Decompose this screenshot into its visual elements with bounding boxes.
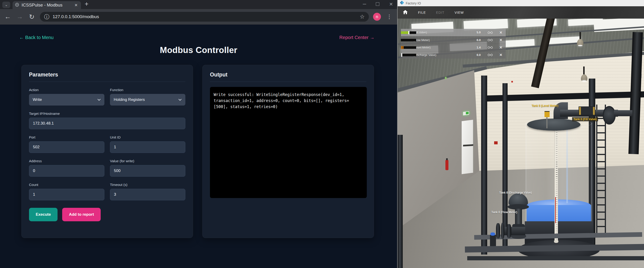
report-center-link[interactable]: Report Center → bbox=[340, 35, 374, 40]
tab-close-icon[interactable]: ✕ bbox=[74, 3, 79, 8]
minimize-button[interactable]: ─ bbox=[363, 2, 366, 7]
label-flow-meter: Tank 0 (Flow Meter) bbox=[491, 211, 517, 214]
address-bar[interactable]: ⓘ 127.0.0.1:5000/modbus ☆ bbox=[40, 12, 369, 22]
ruler-red-mark bbox=[555, 197, 556, 223]
function-label: Function bbox=[110, 88, 185, 92]
count-label: Count bbox=[29, 183, 104, 187]
home-icon[interactable] bbox=[403, 10, 408, 15]
chevron-down-icon bbox=[98, 99, 101, 101]
factory-io-window: Factory IO FILE EDIT VIEW bbox=[397, 0, 644, 268]
tag-slider[interactable] bbox=[401, 31, 416, 34]
factory-io-logo bbox=[400, 1, 404, 6]
address-label: Address bbox=[29, 159, 104, 163]
cage-column bbox=[398, 135, 403, 268]
address-input[interactable] bbox=[29, 165, 104, 177]
remove-tag-icon[interactable]: ✕ bbox=[496, 45, 506, 50]
new-tab-button[interactable]: + bbox=[85, 0, 88, 8]
exit-sign bbox=[463, 111, 469, 115]
profile-avatar[interactable]: n bbox=[373, 13, 381, 21]
watch-icon[interactable] bbox=[484, 53, 496, 57]
tag-watch-panel: Tank 0 (Fill Valve) 5.0 ✕ Tank 0 (Flow M… bbox=[401, 29, 506, 59]
page-top-links: ← Back to Menu Report Center → bbox=[0, 25, 397, 40]
label-fill-valve: Tank 0 (Fill Valve) bbox=[572, 117, 598, 121]
slider-handle[interactable] bbox=[408, 31, 410, 34]
page-title: Modbus Controller bbox=[0, 45, 397, 55]
port-input[interactable] bbox=[29, 141, 104, 153]
level-ruler bbox=[554, 127, 558, 242]
action-select[interactable]: Write bbox=[29, 94, 104, 105]
lamp-cord bbox=[580, 32, 581, 39]
action-value: Write bbox=[33, 97, 42, 102]
menu-file[interactable]: FILE bbox=[418, 11, 426, 15]
tab-strip: ⌄ ICSSPulse - Modbus ✕ + ─ ✕ bbox=[0, 0, 397, 9]
back-to-menu-link[interactable]: ← Back to Menu bbox=[19, 35, 54, 40]
url-text[interactable]: 127.0.0.1:5000/modbus bbox=[53, 14, 356, 19]
reload-button[interactable]: ↻ bbox=[28, 13, 36, 21]
tag-row-discharge-valve[interactable]: Tank 0 (Discharge Valve) 0.0 ✕ bbox=[401, 51, 506, 59]
fill-valve-body bbox=[578, 106, 595, 115]
tab-title: ICSSPulse - Modbus bbox=[22, 3, 71, 8]
unit-id-label: Unit ID bbox=[110, 135, 185, 139]
ladder bbox=[596, 105, 606, 235]
slider-handle[interactable] bbox=[401, 53, 402, 57]
timeout-input[interactable] bbox=[110, 189, 185, 200]
timeout-label: Timeout (s) bbox=[110, 183, 185, 187]
unit-id-field: Unit ID bbox=[110, 135, 185, 153]
level-mark bbox=[402, 46, 404, 49]
chevron-down-icon: ⌄ bbox=[5, 3, 8, 7]
water-stream bbox=[566, 128, 568, 203]
tag-row-fill-valve[interactable]: Tank 0 (Fill Valve) 5.0 ✕ bbox=[401, 29, 506, 36]
count-field: Count bbox=[29, 183, 104, 200]
cage-column bbox=[481, 76, 487, 254]
target-ip-input[interactable] bbox=[29, 118, 185, 129]
level-sensor-stem bbox=[546, 117, 548, 128]
tag-value: 5.0 bbox=[470, 31, 481, 34]
label-level-meter: Tank 0 (Level Meter) bbox=[532, 104, 558, 107]
function-select[interactable]: Holding Registers bbox=[110, 94, 185, 105]
browser-tab[interactable]: ICSSPulse - Modbus ✕ bbox=[12, 1, 81, 9]
fill-pipe-right bbox=[614, 110, 632, 116]
label-discharge-valve: Tank 0 (Discharge Valve) bbox=[499, 191, 532, 194]
level-sensor bbox=[544, 111, 550, 117]
tab-search-button[interactable]: ⌄ bbox=[2, 2, 10, 8]
function-field: Function Holding Registers bbox=[110, 88, 185, 105]
maximize-button[interactable] bbox=[376, 2, 379, 6]
unit-id-input[interactable] bbox=[110, 141, 185, 153]
remove-tag-icon[interactable]: ✕ bbox=[496, 53, 506, 57]
menu-view[interactable]: VIEW bbox=[454, 11, 464, 15]
output-console: Write successful: WriteSingleRegisterRes… bbox=[210, 87, 367, 198]
watch-icon[interactable] bbox=[484, 46, 496, 49]
3d-viewport[interactable]: Tank 0 (Level Meter) Tank 0 (Fill Valve)… bbox=[398, 19, 644, 268]
pipe-flange bbox=[496, 223, 500, 238]
factory-titlebar: Factory IO bbox=[398, 0, 644, 6]
tag-slider[interactable] bbox=[401, 54, 416, 56]
close-button[interactable]: ✕ bbox=[389, 2, 393, 7]
tag-value: 1.4 bbox=[470, 46, 481, 49]
flow-meter-body bbox=[490, 235, 496, 247]
value-input[interactable] bbox=[110, 165, 185, 177]
bookmark-star-icon[interactable]: ☆ bbox=[360, 14, 365, 20]
port-field: Port bbox=[29, 135, 104, 153]
remove-tag-icon[interactable]: ✕ bbox=[496, 38, 506, 42]
site-info-icon[interactable]: ⓘ bbox=[44, 13, 50, 21]
value-label: Value (for write) bbox=[110, 159, 185, 163]
pipe-flange bbox=[501, 223, 504, 239]
forward-button[interactable]: → bbox=[16, 13, 24, 21]
divider bbox=[29, 82, 185, 82]
tag-row-flow-meter[interactable]: Tank 0 (Flow Meter) 0.0 ✕ bbox=[401, 36, 506, 44]
lamp-cord bbox=[583, 66, 584, 74]
browser-menu-icon[interactable]: ⋮ bbox=[385, 14, 394, 20]
back-button[interactable]: ← bbox=[4, 13, 12, 21]
tag-row-level-meter[interactable]: Tank 0 (Level Meter) 1.4 ✕ bbox=[401, 44, 506, 51]
watch-icon[interactable] bbox=[484, 31, 496, 34]
ruler-end-cap bbox=[554, 240, 558, 243]
watch-icon[interactable] bbox=[484, 39, 496, 42]
tag-slider bbox=[401, 46, 416, 49]
factory-window-title: Factory IO bbox=[406, 2, 421, 5]
add-to-report-button[interactable]: Add to report bbox=[62, 208, 101, 221]
browser-window: ⌄ ICSSPulse - Modbus ✕ + ─ ✕ ← → ↻ ⓘ bbox=[0, 0, 397, 268]
remove-tag-icon[interactable]: ✕ bbox=[496, 31, 506, 35]
address-field: Address bbox=[29, 159, 104, 177]
count-input[interactable] bbox=[29, 189, 104, 200]
execute-button[interactable]: Execute bbox=[29, 208, 58, 221]
